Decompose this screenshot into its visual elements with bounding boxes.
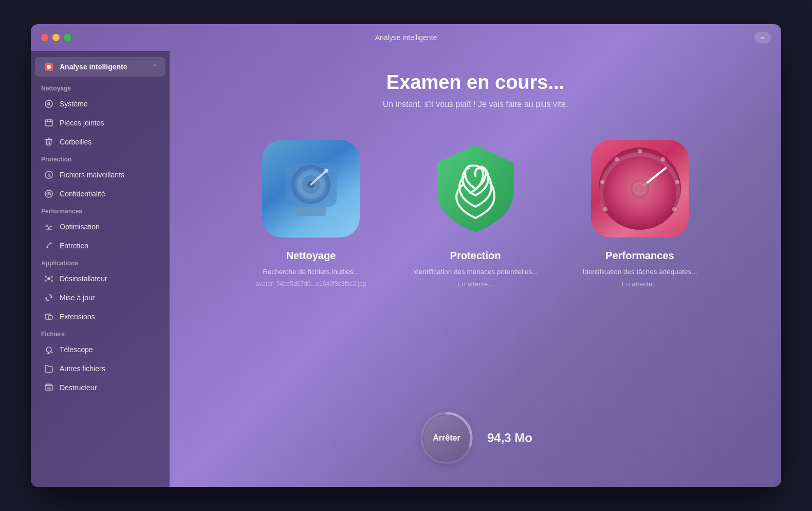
gauge-svg [591,140,689,238]
cards-row: Nettoyage Recherche de fichiers inutiles… [200,140,750,290]
extensions-icon [43,311,54,322]
protection-card-icon [427,140,524,238]
sidebar-section-fichiers: Fichiers Télescope [31,326,170,397]
desinstallateur-icon [43,273,54,284]
systeme-icon [43,98,54,110]
sidebar-item-autres-fichiers[interactable]: Autres fichiers [35,359,165,378]
svg-point-19 [51,276,53,278]
autres-fichiers-label: Autres fichiers [60,364,105,373]
svg-line-25 [51,352,52,353]
optimisation-icon [43,221,54,232]
section-title-nettoyage: Nettoyage [31,81,170,94]
sidebar-item-fichiers-malveillants[interactable]: ☣ Fichiers malveillants [35,166,165,184]
nettoyage-title: Nettoyage [286,250,336,262]
svg-text:☣: ☣ [47,172,51,178]
title-bar-actions: •• [754,32,771,43]
protection-status: En attente... [457,280,493,288]
destructeur-label: Destructeur [60,384,97,392]
shield-svg [427,137,524,240]
app-window: Analyse intelligente •• Analyse intellig… [31,24,781,487]
svg-point-17 [47,277,50,280]
entretien-icon [43,240,54,251]
fichiers-malveillants-icon: ☣ [43,169,54,180]
svg-rect-23 [48,316,52,319]
card-performances: Performances Identification des tâches a… [568,140,712,288]
autres-fichiers-icon [43,363,54,374]
pieces-jointes-icon [43,117,54,129]
svg-point-21 [51,280,53,282]
section-title-protection: Protection [31,152,170,165]
dots-icon: •• [761,34,765,41]
sidebar-item-systeme[interactable]: Système [35,95,165,113]
sidebar-section-nettoyage: Nettoyage Système [31,81,170,151]
optimisation-label: Optimisation [60,223,100,231]
card-protection: Protection Identification des menaces po… [403,140,547,288]
performances-title: Performances [605,250,674,262]
title-bar: Analyse intelligente •• [31,24,781,51]
content-title: Examen en cours... [386,71,564,94]
stop-button-label: Arrêter [433,433,460,443]
nettoyage-card-icon [262,140,360,238]
svg-point-24 [46,347,51,352]
nettoyage-file: avatar_94be5d67d0...e1649f3c3fbc2.jpg [256,280,366,287]
sidebar-item-confidentialite[interactable]: Confidentialité [35,185,165,203]
telescope-icon [43,344,54,355]
sidebar-item-extensions[interactable]: Extensions [35,307,165,326]
sidebar-item-optimisation[interactable]: Optimisation [35,217,165,236]
protection-title: Protection [450,250,501,262]
fichiers-malveillants-label: Fichiers malveillants [60,171,124,179]
svg-point-1 [47,65,51,69]
performances-desc: Identification des tâches adéquates... [583,267,697,277]
sidebar-item-corbeilles[interactable]: Corbeilles [35,133,165,151]
size-value: 94,3 Mo [487,431,532,445]
content-subtitle: Un instant, s'il vous plaît ! Je vais fa… [383,100,568,109]
telescope-label: Télescope [60,345,93,354]
destructeur-icon [43,382,54,393]
svg-point-18 [45,276,47,278]
performances-status: En attente... [622,280,658,288]
sidebar-item-entretien[interactable]: Entretien [35,236,165,255]
svg-line-12 [47,225,49,229]
mise-a-jour-icon [43,292,54,303]
protection-desc: Identification des menaces potentielles.… [413,267,538,277]
svg-point-20 [45,280,47,282]
sidebar-item-telescope[interactable]: Télescope [35,340,165,359]
systeme-label: Système [60,100,87,108]
card-nettoyage: Nettoyage Recherche de fichiers inutiles… [239,140,383,290]
section-title-applications: Applications [31,256,170,269]
svg-line-13 [49,226,51,229]
corbeilles-icon [43,136,54,148]
sidebar-item-mise-a-jour[interactable]: Mise à jour [35,288,165,307]
sidebar-item-desinstallateur[interactable]: Désinstallateur [35,269,165,288]
confidentialite-icon [43,188,54,199]
sidebar: Analyse intelligente ⌃ Nettoyage Système [31,51,170,487]
pieces-jointes-label: Pièces jointes [60,119,104,127]
corbeilles-label: Corbeilles [60,138,91,146]
sidebar-header-item[interactable]: Analyse intelligente ⌃ [35,57,165,77]
sidebar-header-label: Analyse intelligente [60,63,147,71]
section-title-fichiers: Fichiers [31,326,170,340]
close-button[interactable] [41,34,48,41]
header-chevron: ⌃ [152,63,157,70]
desinstallateur-label: Désinstallateur [60,275,107,283]
svg-point-16 [50,242,52,244]
stop-button[interactable]: Arrêter [424,415,469,461]
bottom-area: Arrêter 94,3 Mo [418,410,532,466]
extensions-label: Extensions [60,313,95,321]
nettoyage-desc: Recherche de fichiers inutiles... [263,267,359,277]
minimize-button[interactable] [52,34,60,41]
svg-point-39 [324,169,328,173]
confidentialite-label: Confidentialité [60,190,105,198]
mise-a-jour-label: Mise à jour [60,294,95,302]
svg-point-51 [635,184,645,194]
sidebar-item-destructeur[interactable]: Destructeur [35,378,165,397]
stop-button-container: Arrêter [418,410,475,466]
main-area: Analyse intelligente ⌃ Nettoyage Système [31,51,781,487]
dots-button[interactable]: •• [754,32,771,43]
maximize-button[interactable] [64,34,71,41]
sidebar-item-pieces-jointes[interactable]: Pièces jointes [35,114,165,132]
hdd-svg [278,153,344,225]
svg-rect-5 [45,120,52,126]
traffic-lights [41,34,71,41]
sidebar-section-applications: Applications Désinstallateur [31,256,170,326]
